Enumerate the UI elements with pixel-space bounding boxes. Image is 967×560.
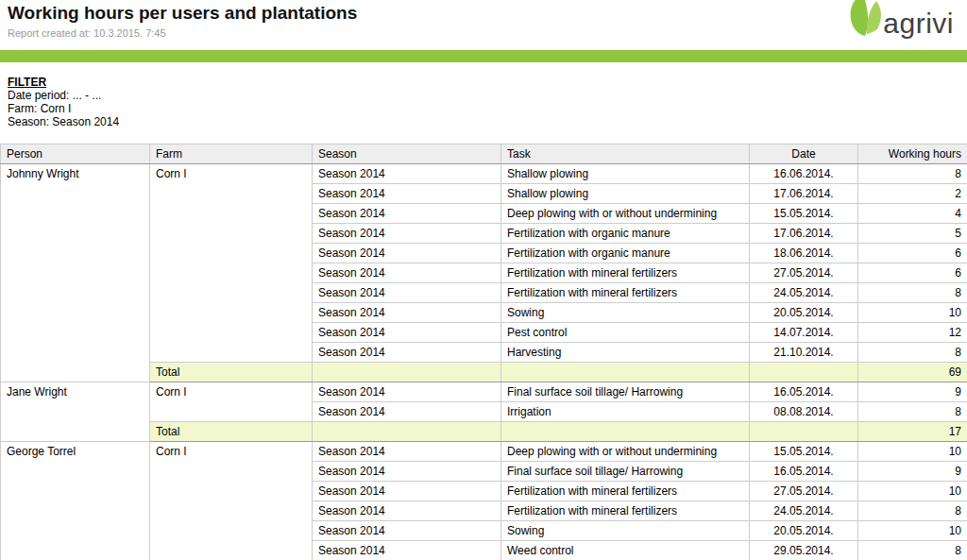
season-cell: Season 2014 xyxy=(313,462,501,482)
task-cell: Weed control xyxy=(501,541,750,560)
table-row: Jane WrightCorn ISeason 2014Final surfac… xyxy=(1,382,967,402)
column-header-date: Date xyxy=(750,144,858,164)
column-header-working-hours: Working hours xyxy=(858,144,967,164)
season-cell: Season 2014 xyxy=(313,343,501,363)
hours-cell: 6 xyxy=(858,244,967,263)
season-cell: Season 2014 xyxy=(313,224,501,244)
task-cell: Final surface soil tillage/ Harrowing xyxy=(501,462,750,482)
page-title: Working hours per users and plantations xyxy=(8,3,959,23)
date-cell: 20.05.2014. xyxy=(750,521,858,541)
hours-cell: 10 xyxy=(858,482,967,501)
date-cell: 14.07.2014. xyxy=(750,323,858,343)
date-cell: 16.06.2014. xyxy=(750,164,858,184)
task-cell: Shallow plowing xyxy=(501,184,750,204)
season-cell: Season 2014 xyxy=(313,442,501,462)
working-hours-table: Person Farm Season Task Date Working hou… xyxy=(0,144,967,560)
task-cell: Sowing xyxy=(501,303,750,323)
task-cell: Shallow plowing xyxy=(501,164,750,184)
season-cell: Season 2014 xyxy=(313,164,501,184)
season-cell: Season 2014 xyxy=(313,283,501,303)
total-hours-cell: 69 xyxy=(858,363,967,382)
task-cell: Final surface soil tillage/ Harrowing xyxy=(501,382,750,402)
total-label-cell: Total xyxy=(150,363,313,382)
brand-divider-bar xyxy=(0,50,967,62)
date-cell: 29.05.2014. xyxy=(750,541,858,560)
column-header-farm: Farm xyxy=(150,144,313,164)
hours-cell: 4 xyxy=(858,204,967,224)
season-cell: Season 2014 xyxy=(313,541,501,560)
column-header-season: Season xyxy=(313,144,501,164)
total-season-cell xyxy=(313,422,501,442)
leaf-icon xyxy=(847,0,885,41)
season-cell: Season 2014 xyxy=(313,482,501,501)
agrivi-logo: agrivi xyxy=(847,0,954,41)
season-cell: Season 2014 xyxy=(313,323,501,343)
total-task-cell xyxy=(501,422,750,442)
season-cell: Season 2014 xyxy=(313,244,501,263)
hours-cell: 8 xyxy=(858,283,967,303)
hours-cell: 12 xyxy=(858,323,967,343)
total-date-cell xyxy=(750,363,858,382)
hours-cell: 8 xyxy=(858,164,967,184)
task-cell: Sowing xyxy=(501,521,750,541)
report-created-at: Report created at: 10.3.2015. 7:45 xyxy=(8,27,959,39)
date-cell: 18.06.2014. xyxy=(750,244,858,263)
hours-cell: 10 xyxy=(858,303,967,323)
season-cell: Season 2014 xyxy=(313,303,501,323)
hours-cell: 5 xyxy=(858,224,967,244)
date-cell: 24.05.2014. xyxy=(750,501,858,521)
season-cell: Season 2014 xyxy=(313,204,501,224)
person-cell: Johnny Wright xyxy=(1,164,150,382)
date-cell: 15.05.2014. xyxy=(750,204,858,224)
date-cell: 17.06.2014. xyxy=(750,224,858,244)
hours-cell: 10 xyxy=(858,521,967,541)
filter-season: Season: Season 2014 xyxy=(8,116,959,128)
task-cell: Fertilization with mineral fertilizers xyxy=(501,482,750,501)
report-table-body: Johnny WrightCorn ISeason 2014Shallow pl… xyxy=(1,164,967,560)
task-cell: Harvesting xyxy=(501,343,750,363)
task-cell: Fertilization with mineral fertilizers xyxy=(501,263,750,283)
date-cell: 27.05.2014. xyxy=(750,263,858,283)
task-cell: Fertilization with organic manure xyxy=(501,244,750,263)
season-cell: Season 2014 xyxy=(313,382,501,402)
report-header: Working hours per users and plantations … xyxy=(0,0,967,39)
hours-cell: 9 xyxy=(858,462,967,482)
hours-cell: 10 xyxy=(858,442,967,462)
column-header-person: Person xyxy=(1,144,150,164)
total-task-cell xyxy=(501,363,750,382)
date-cell: 08.08.2014. xyxy=(750,402,858,422)
filter-heading: FILTER xyxy=(8,76,959,89)
farm-cell: Corn I xyxy=(150,382,313,422)
filter-section: FILTER Date period: ... - ... Farm: Corn… xyxy=(0,62,967,128)
task-cell: Fertilization with mineral fertilizers xyxy=(501,501,750,521)
total-season-cell xyxy=(313,363,501,382)
date-cell: 24.05.2014. xyxy=(750,283,858,303)
hours-cell: 8 xyxy=(858,402,967,422)
hours-cell: 8 xyxy=(858,343,967,363)
hours-cell: 2 xyxy=(858,184,967,204)
farm-cell: Corn I xyxy=(150,164,313,363)
farm-cell: Corn I xyxy=(150,442,313,560)
task-cell: Fertilization with mineral fertilizers xyxy=(501,283,750,303)
total-hours-cell: 17 xyxy=(858,422,967,442)
season-cell: Season 2014 xyxy=(313,402,501,422)
person-cell: George Torrel xyxy=(1,442,150,560)
task-cell: Irrigation xyxy=(501,402,750,422)
total-label-cell: Total xyxy=(150,422,313,442)
hours-cell: 6 xyxy=(858,263,967,283)
hours-cell: 9 xyxy=(858,382,967,402)
date-cell: 15.05.2014. xyxy=(750,442,858,462)
season-cell: Season 2014 xyxy=(313,184,501,204)
person-cell: Jane Wright xyxy=(1,382,150,442)
hours-cell: 8 xyxy=(858,541,967,560)
date-cell: 27.05.2014. xyxy=(750,482,858,501)
task-cell: Deep plowing with or without undermining xyxy=(501,204,750,224)
column-header-task: Task xyxy=(501,144,750,164)
date-cell: 20.05.2014. xyxy=(750,303,858,323)
total-date-cell xyxy=(750,422,858,442)
season-cell: Season 2014 xyxy=(313,501,501,521)
filter-date-period: Date period: ... - ... xyxy=(8,90,959,102)
filter-farm: Farm: Corn I xyxy=(8,103,959,115)
logo-wordmark: agrivi xyxy=(883,9,954,38)
table-row: Johnny WrightCorn ISeason 2014Shallow pl… xyxy=(1,164,967,184)
